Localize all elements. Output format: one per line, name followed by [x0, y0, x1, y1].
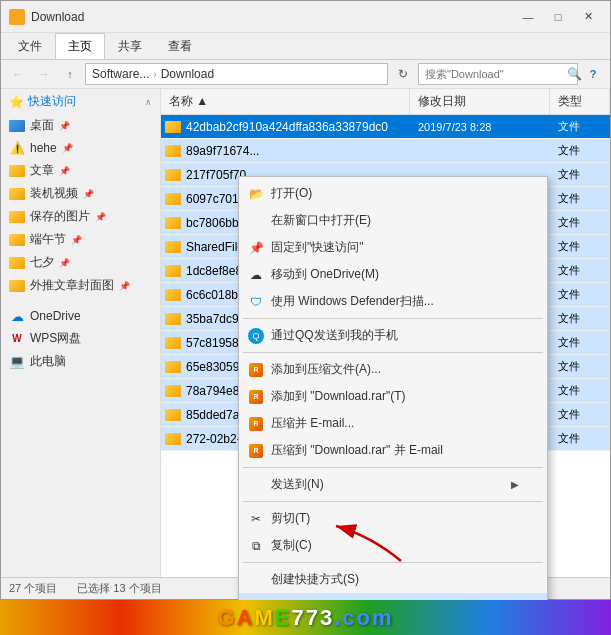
onedrive-icon: ☁	[247, 266, 265, 284]
refresh-button[interactable]: ↻	[392, 63, 414, 85]
folder-icon	[9, 163, 25, 179]
ctx-label: 复制(C)	[271, 537, 312, 554]
ctx-divider	[243, 501, 543, 502]
ribbon-tabs: 文件 主页 共享 查看	[1, 33, 610, 59]
ctx-copy[interactable]: ⧉ 复制(C)	[239, 532, 547, 559]
pin-icon: 📌	[59, 121, 70, 131]
onedrive-icon: ☁	[9, 308, 25, 324]
ctx-open-new-window[interactable]: 在新窗口中打开(E)	[239, 207, 547, 234]
ctx-label: 在新窗口中打开(E)	[271, 212, 371, 229]
folder-icon	[9, 232, 25, 248]
ctx-add-to-archive[interactable]: R 添加到压缩文件(A)...	[239, 356, 547, 383]
sidebar-item-wps[interactable]: W WPS网盘	[1, 327, 160, 350]
total-items: 27 个项目	[9, 581, 57, 596]
pin-icon: 📌	[62, 143, 73, 153]
sidebar-item-label: 此电脑	[30, 353, 66, 370]
open-icon: 📂	[247, 185, 265, 203]
sidebar-item-hehe[interactable]: ⚠️ hehe 📌	[1, 137, 160, 159]
quick-access-header[interactable]: ⭐ 快速访问 ∧	[1, 89, 160, 114]
computer-icon: 💻	[9, 354, 25, 370]
ctx-qq-send[interactable]: Q 通过QQ发送到我的手机	[239, 322, 547, 349]
help-button[interactable]: ?	[582, 63, 604, 85]
quick-access-icon: ⭐	[9, 95, 24, 109]
window-controls: — □ ✕	[514, 7, 602, 27]
sendto-icon	[247, 476, 265, 494]
sidebar-item-video[interactable]: 装机视频 📌	[1, 182, 160, 205]
table-row[interactable]: 42dbab2cf910a424dffa836a33879dc0 2019/7/…	[161, 115, 610, 139]
folder-icon	[165, 385, 181, 397]
tab-home[interactable]: 主页	[55, 33, 105, 59]
cut-icon: ✂	[247, 510, 265, 528]
pin-icon: 📌	[71, 235, 82, 245]
folder-icon	[165, 169, 181, 181]
ctx-divider	[243, 318, 543, 319]
ctx-open[interactable]: 📂 打开(O)	[239, 180, 547, 207]
close-button[interactable]: ✕	[574, 7, 602, 27]
ctx-add-to-download-rar[interactable]: R 添加到 "Download.rar"(T)	[239, 383, 547, 410]
search-box[interactable]: 🔍	[418, 63, 578, 85]
winrar-email-icon: R	[247, 415, 265, 433]
tab-file[interactable]: 文件	[5, 33, 55, 59]
tab-share[interactable]: 共享	[105, 33, 155, 59]
sidebar-item-label: 文章	[30, 162, 54, 179]
watermark: GAME773.com	[0, 600, 611, 635]
search-input[interactable]	[425, 68, 563, 80]
breadcrumb-prefix: Software...	[92, 67, 149, 81]
file-list-header: 名称 ▲ 修改日期 类型	[161, 89, 610, 115]
column-name[interactable]: 名称 ▲	[161, 89, 410, 114]
ctx-label: 使用 Windows Defender扫描...	[271, 293, 434, 310]
sidebar-item-label: 装机视频	[30, 185, 78, 202]
sidebar-item-label: 端午节	[30, 231, 66, 248]
file-explorer-window: Download — □ ✕ 文件 主页 共享 查看 ← → ↑ Softwar…	[0, 0, 611, 600]
sidebar-item-label: 保存的图片	[30, 208, 90, 225]
back-button[interactable]: ←	[7, 63, 29, 85]
folder-icon	[165, 433, 181, 445]
title-bar: Download — □ ✕	[1, 1, 610, 33]
maximize-button[interactable]: □	[544, 7, 572, 27]
pin-icon: 📌	[59, 258, 70, 268]
warning-icon: ⚠️	[9, 140, 25, 156]
folder-icon	[165, 145, 181, 157]
sidebar-item-wenzhang[interactable]: 文章 📌	[1, 159, 160, 182]
ctx-move-onedrive[interactable]: ☁ 移动到 OneDrive(M)	[239, 261, 547, 288]
up-button[interactable]: ↑	[59, 63, 81, 85]
ctx-pin-quick-access[interactable]: 📌 固定到"快速访问"	[239, 234, 547, 261]
ctx-label: 创建快捷方式(S)	[271, 571, 359, 588]
new-window-icon	[247, 212, 265, 230]
ribbon: 文件 主页 共享 查看	[1, 33, 610, 60]
address-box[interactable]: Software... › Download	[85, 63, 388, 85]
ctx-compress-email[interactable]: R 压缩并 E-mail...	[239, 410, 547, 437]
sidebar-item-label: OneDrive	[30, 309, 81, 323]
ctx-create-shortcut[interactable]: 创建快捷方式(S)	[239, 566, 547, 593]
ctx-label: 发送到(N)	[271, 476, 324, 493]
sidebar-item-onedrive[interactable]: ☁ OneDrive	[1, 305, 160, 327]
sidebar-item-saved-pics[interactable]: 保存的图片 📌	[1, 205, 160, 228]
ctx-divider	[243, 467, 543, 468]
folder-icon	[165, 265, 181, 277]
folder-icon	[165, 121, 181, 133]
sidebar-item-label: 外推文章封面图	[30, 277, 114, 294]
ctx-compress-download-email[interactable]: R 压缩到 "Download.rar" 并 E-mail	[239, 437, 547, 464]
forward-button[interactable]: →	[33, 63, 55, 85]
sidebar-item-duanwu[interactable]: 端午节 📌	[1, 228, 160, 251]
table-row[interactable]: 89a9f71674... 文件	[161, 139, 610, 163]
ctx-label: 压缩并 E-mail...	[271, 415, 354, 432]
folder-icon	[165, 241, 181, 253]
sidebar-item-qixi[interactable]: 七夕 📌	[1, 251, 160, 274]
sidebar-item-computer[interactable]: 💻 此电脑	[1, 350, 160, 373]
tab-view[interactable]: 查看	[155, 33, 205, 59]
folder-icon	[165, 337, 181, 349]
folder-icon	[165, 217, 181, 229]
column-type[interactable]: 类型	[550, 89, 610, 114]
ctx-sendto[interactable]: 发送到(N) ▶	[239, 471, 547, 498]
sidebar-item-covers[interactable]: 外推文章封面图 📌	[1, 274, 160, 297]
column-date[interactable]: 修改日期	[410, 89, 550, 114]
folder-icon	[165, 313, 181, 325]
ctx-cut[interactable]: ✂ 剪切(T)	[239, 505, 547, 532]
sidebar-item-desktop[interactable]: 桌面 📌	[1, 114, 160, 137]
sidebar-item-label: 七夕	[30, 254, 54, 271]
minimize-button[interactable]: —	[514, 7, 542, 27]
ctx-defender[interactable]: 🛡 使用 Windows Defender扫描...	[239, 288, 547, 315]
context-menu: 📂 打开(O) 在新窗口中打开(E) 📌 固定到"快速访问" ☁ 移动到 One…	[238, 176, 548, 635]
quick-access-label: 快速访问	[28, 93, 76, 110]
